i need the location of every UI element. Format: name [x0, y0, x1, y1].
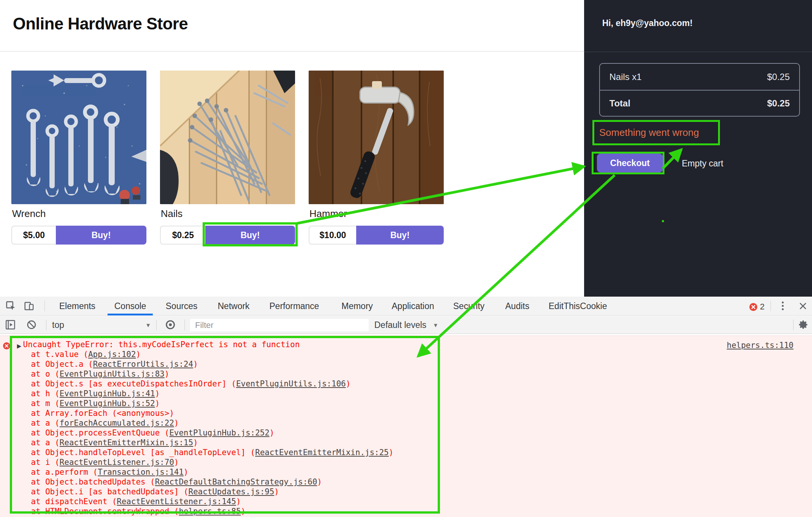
log-levels-label: Default levels [374, 320, 426, 330]
log-levels-dropdown[interactable]: Default levels ▼ [374, 316, 438, 334]
product-name: Wrench [12, 208, 46, 220]
cart-item-label: Nails x1 [609, 72, 641, 82]
console-stack-trace: at t.value (App.js:102)at Object.a (Reac… [31, 349, 394, 516]
product-price: $5.00 [11, 226, 56, 245]
stack-frame: at HTMLDocument.sentryWrapped (helpers.t… [31, 506, 394, 516]
tab-memory[interactable]: Memory [341, 297, 373, 315]
tab-sources[interactable]: Sources [166, 297, 197, 315]
stack-frame: at Object.i [as batchedUpdates] (ReactUp… [31, 487, 394, 497]
error-source-link[interactable]: helpers.ts:110 [727, 340, 794, 350]
clear-console-icon[interactable] [26, 320, 37, 330]
stack-frame-source-link[interactable]: EventPluginHub.js:41 [60, 389, 155, 398]
stack-frame-source-link[interactable]: ReactErrorUtils.js:24 [93, 360, 193, 369]
stack-frame-source-link[interactable]: Transaction.js:141 [98, 468, 184, 477]
toolbar-separator [46, 320, 46, 330]
stack-frame-source-link[interactable]: EventPluginHub.js:52 [60, 399, 155, 408]
cart-total-price: $0.25 [767, 98, 790, 109]
stack-frame: at a.perform (Transaction.js:141) [31, 467, 394, 477]
devtools-tabbar: Elements Console Sources Network Perform… [0, 297, 812, 315]
stack-frame-source-link[interactable]: ReactDefaultBatchingStrategy.js:60 [155, 477, 317, 486]
console-sidebar-icon[interactable] [5, 320, 15, 330]
stack-frame-source-link[interactable]: EventPluginUtils.js:83 [60, 369, 165, 379]
toolbar-separator [185, 320, 185, 330]
error-count-badge[interactable]: 2 [749, 302, 764, 312]
execution-context-select[interactable]: top ▼ [52, 316, 151, 334]
stack-frame: at Object.handleTopLevel [as _handleTopL… [31, 448, 394, 457]
cart-row-item: Nails x1 $0.25 [600, 64, 799, 90]
tab-network[interactable]: Network [218, 297, 249, 315]
active-tab-underline [108, 314, 153, 315]
product-price: $0.25 [160, 226, 205, 245]
device-toolbar-icon[interactable] [24, 301, 34, 311]
toolbar-separator [156, 320, 157, 330]
tab-audits[interactable]: Audits [505, 297, 529, 315]
tab-performance[interactable]: Performance [269, 297, 319, 315]
product-name: Nails [161, 208, 183, 220]
expand-stack-triangle[interactable]: ▶ [17, 341, 22, 351]
checkout-button[interactable]: Checkout [597, 154, 663, 172]
chevron-down-icon: ▼ [145, 322, 151, 328]
console-error-icon [3, 342, 10, 349]
console-toolbar: top ▼ Default levels ▼ [0, 316, 812, 334]
stack-frame-source-link[interactable]: ReactEventEmitterMixin.js:15 [60, 438, 193, 447]
stack-frame-source-link[interactable]: EventPluginHub.js:252 [169, 428, 270, 437]
buy-button-wrench[interactable]: Buy! [56, 226, 146, 245]
store-header: Online Hardware Store [0, 0, 584, 52]
cart-panel: Hi, eh9y@yahoo.com! Nails x1 $0.25 Total… [584, 0, 812, 297]
buy-button-nails[interactable]: Buy! [205, 226, 295, 245]
stack-frame-source-link[interactable]: ReactEventListener.js:145 [117, 497, 236, 506]
console-messages: ▶ Uncaught TypeError: this.myCodeIsPerfe… [0, 334, 812, 517]
stack-frame: at Object.a (ReactErrorUtils.js:24) [31, 359, 394, 369]
cart-error-message: Something went wrong [592, 120, 720, 145]
stack-frame: at m (EventPluginHub.js:52) [31, 399, 394, 408]
buy-button-hammer[interactable]: Buy! [356, 226, 444, 245]
stack-frame-source-link[interactable]: EventPluginUtils.js:106 [236, 379, 346, 388]
product-price: $10.00 [309, 226, 356, 245]
stack-frame: at a (ReactEventEmitterMixin.js:15) [31, 438, 394, 448]
tab-console[interactable]: Console [114, 297, 146, 315]
panel-divider [584, 52, 812, 52]
stack-frame: at dispatchEvent (ReactEventListener.js:… [31, 497, 394, 506]
empty-cart-button[interactable]: Empty cart [682, 158, 723, 169]
stack-frame-source-link[interactable]: ReactUpdates.js:95 [188, 487, 274, 496]
tab-application[interactable]: Application [392, 297, 434, 315]
cart-total-label: Total [609, 98, 631, 109]
error-badge-icon [749, 303, 757, 311]
stack-frame: at Object.s [as executeDispatchesInOrder… [31, 379, 394, 389]
close-devtools-icon[interactable] [798, 302, 807, 311]
stack-frame-source-link[interactable]: forEachAccumulated.js:22 [60, 419, 174, 428]
stack-frame: at i (ReactEventListener.js:70) [31, 457, 394, 467]
stack-frame-source-link[interactable]: ReactEventEmitterMixin.js:25 [255, 448, 389, 457]
nails-product-image [160, 71, 295, 204]
stack-frame: at Object.batchedUpdates (ReactDefaultBa… [31, 477, 394, 487]
live-expression-eye-icon[interactable] [165, 320, 175, 330]
tab-security[interactable]: Security [453, 297, 484, 315]
cart-table: Nails x1 $0.25 Total $0.25 [599, 63, 800, 117]
toolbar-separator [793, 320, 794, 330]
stack-frame-source-link[interactable]: App.js:102 [88, 350, 136, 359]
context-label: top [52, 320, 64, 330]
stack-frame-source-link[interactable]: helpers.ts:85 [179, 507, 241, 516]
console-filter-input[interactable] [190, 319, 369, 331]
tab-elements[interactable]: Elements [59, 297, 95, 315]
stack-frame: at o (EventPluginUtils.js:83) [31, 369, 394, 379]
cart-item-price: $0.25 [767, 72, 790, 82]
error-badge-count: 2 [760, 302, 764, 312]
devtools-menu-icon[interactable] [782, 302, 784, 310]
console-settings-gear-icon[interactable] [798, 320, 809, 330]
stack-frame: at Array.forEach (<anonymous>) [31, 408, 394, 418]
stack-frame-source-link[interactable]: ReactEventListener.js:70 [60, 458, 174, 467]
hammer-product-image [309, 71, 444, 204]
tabbar-separator [45, 301, 45, 311]
user-greeting: Hi, eh9y@yahoo.com! [602, 18, 693, 28]
inspect-element-icon[interactable] [6, 301, 16, 311]
product-card-wrench: Wrench $5.00 Buy! [11, 71, 146, 204]
stack-frame: at Object.processEventQueue (EventPlugin… [31, 428, 394, 438]
product-card-hammer: Hammer $10.00 Buy! [309, 71, 444, 204]
tabbar-separator [770, 301, 771, 311]
tab-editthiscookie[interactable]: EditThisCookie [549, 297, 607, 315]
stray-green-dot [662, 220, 664, 222]
stack-frame: at t.value (App.js:102) [31, 349, 394, 359]
page-title: Online Hardware Store [13, 14, 188, 33]
console-error-message: Uncaught TypeError: this.myCodeIsPerfect… [23, 340, 300, 349]
